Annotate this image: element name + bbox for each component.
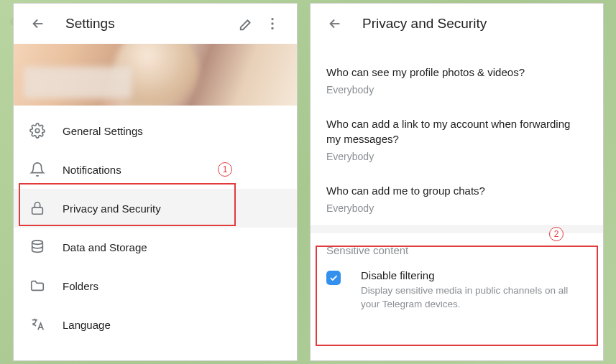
- privacy-panel: Privacy and Security Who can see my prof…: [310, 3, 604, 361]
- disable-filtering-row[interactable]: Disable filtering Display sensitive medi…: [311, 266, 603, 325]
- settings-item-notifications[interactable]: Notifications: [14, 150, 297, 189]
- privacy-item-forward-link[interactable]: Who can add a link to my account when fo…: [311, 107, 603, 174]
- privacy-value: Everybody: [326, 151, 587, 162]
- profile-banner[interactable]: [14, 44, 297, 106]
- settings-item-language[interactable]: Language: [14, 305, 297, 344]
- bell-icon: [29, 162, 45, 177]
- settings-title: Settings: [65, 16, 115, 32]
- database-icon: [29, 239, 45, 255]
- pencil-icon: [239, 16, 254, 32]
- privacy-value: Everybody: [326, 84, 587, 95]
- privacy-question: Who can see my profile photos & videos?: [326, 65, 587, 80]
- check-icon: [328, 273, 339, 283]
- privacy-question: Who can add me to group chats?: [326, 184, 587, 198]
- back-button[interactable]: [322, 11, 348, 37]
- back-button[interactable]: [25, 11, 51, 37]
- privacy-item-profile-photos[interactable]: Who can see my profile photos & videos? …: [311, 55, 603, 107]
- privacy-value: Everybody: [326, 202, 587, 214]
- settings-item-privacy[interactable]: Privacy and Security: [14, 189, 297, 228]
- checkbox-checked[interactable]: [326, 271, 341, 285]
- settings-item-label: General Settings: [63, 125, 143, 137]
- svg-point-2: [271, 27, 273, 29]
- settings-item-label: Language: [63, 319, 111, 331]
- settings-item-label: Notifications: [63, 164, 121, 176]
- settings-item-folders[interactable]: Folders: [14, 266, 297, 305]
- privacy-item-group-chats[interactable]: Who can add me to group chats? Everybody: [311, 174, 603, 225]
- settings-panel: Settings General Settings Notifications …: [13, 3, 298, 361]
- more-button[interactable]: [259, 11, 285, 37]
- settings-header: Settings: [14, 4, 297, 44]
- svg-point-0: [271, 18, 273, 20]
- section-divider: [311, 225, 603, 233]
- privacy-question: Who can add a link to my account when fo…: [326, 117, 587, 146]
- arrow-left-icon: [327, 16, 343, 32]
- settings-item-data-storage[interactable]: Data and Storage: [14, 228, 297, 266]
- profile-name-blurred: [24, 67, 132, 98]
- section-header-sensitive: Sensitive content: [311, 233, 603, 266]
- lock-icon: [29, 200, 45, 216]
- privacy-header: Privacy and Security: [311, 4, 603, 44]
- settings-item-label: Folders: [63, 280, 98, 292]
- settings-item-label: Privacy and Security: [63, 202, 161, 215]
- folder-icon: [29, 278, 45, 294]
- settings-item-general[interactable]: General Settings: [14, 111, 297, 150]
- settings-item-label: Data and Storage: [63, 241, 147, 253]
- svg-point-5: [32, 241, 43, 245]
- svg-rect-4: [32, 207, 43, 214]
- arrow-left-icon: [30, 16, 46, 32]
- svg-point-1: [271, 22, 273, 24]
- privacy-title: Privacy and Security: [362, 16, 487, 32]
- gear-icon: [29, 123, 45, 139]
- checkbox-description: Display sensitive media in public channe…: [361, 284, 587, 312]
- settings-list: General Settings Notifications Privacy a…: [14, 106, 297, 344]
- more-vertical-icon: [265, 16, 280, 32]
- edit-button[interactable]: [234, 11, 259, 37]
- svg-point-3: [35, 129, 40, 133]
- language-icon: [29, 317, 45, 332]
- checkbox-title: Disable filtering: [361, 269, 587, 281]
